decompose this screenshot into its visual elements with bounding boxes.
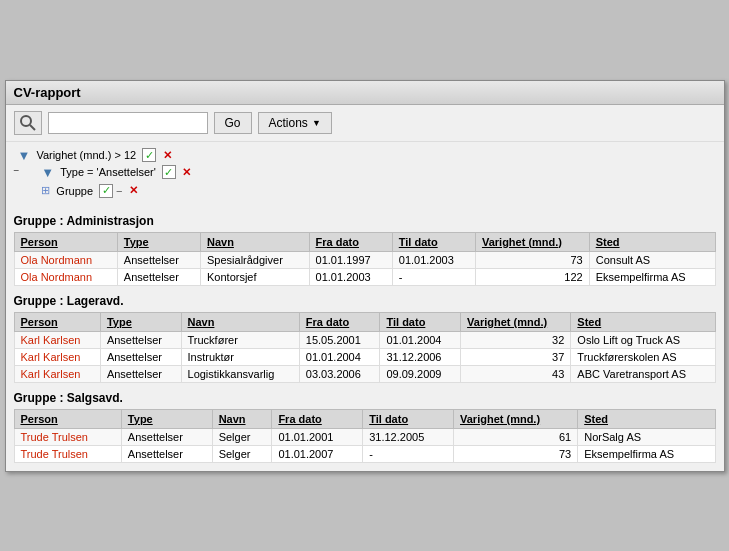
cell-0-1-6: Eksempelfirma AS bbox=[589, 268, 715, 285]
filters-panel: ▼ Varighet (mnd.) > 12 ✓ ✕ − ▼ Type = 'A… bbox=[6, 142, 724, 204]
filter-label-2: Type = 'Ansettelser' bbox=[60, 166, 156, 178]
actions-button[interactable]: Actions ▼ bbox=[258, 112, 332, 134]
cell-2-1-5: 73 bbox=[454, 445, 578, 462]
cell-2-0-5: 61 bbox=[454, 428, 578, 445]
cell-0-1-4: - bbox=[392, 268, 475, 285]
filter-icon-2: ▼ bbox=[41, 165, 54, 180]
cell-1-1-4: 31.12.2006 bbox=[380, 348, 461, 365]
cell-0-1-3: 01.01.2003 bbox=[309, 268, 392, 285]
cell-1-1-0: Karl Karlsen bbox=[14, 348, 100, 365]
col-header-2-2: Navn bbox=[212, 409, 272, 428]
col-header-0-5: Varighet (mnd.) bbox=[475, 232, 589, 251]
collapse-button[interactable]: − bbox=[14, 165, 20, 176]
filter-controls-2: ✓ ✕ bbox=[162, 165, 195, 179]
person-link[interactable]: Ola Nordmann bbox=[21, 271, 93, 283]
filter-label-1: Varighet (mnd.) > 12 bbox=[36, 149, 136, 161]
group-table-0: PersonTypeNavnFra datoTil datoVarighet (… bbox=[14, 232, 716, 286]
person-link[interactable]: Karl Karlsen bbox=[21, 334, 81, 346]
cell-0-1-5: 122 bbox=[475, 268, 589, 285]
cell-2-0-4: 31.12.2005 bbox=[363, 428, 454, 445]
table-row: Trude TrulsenAnsettelserSelger01.01.2001… bbox=[14, 428, 715, 445]
col-header-1-0: Person bbox=[14, 312, 100, 331]
col-header-0-0: Person bbox=[14, 232, 117, 251]
person-link[interactable]: Trude Trulsen bbox=[21, 448, 88, 460]
table-row: Ola NordmannAnsettelserSpesialrådgiver01… bbox=[14, 251, 715, 268]
cell-2-0-1: Ansettelser bbox=[121, 428, 212, 445]
cell-2-1-2: Selger bbox=[212, 445, 272, 462]
cell-2-1-6: Eksempelfirma AS bbox=[578, 445, 715, 462]
actions-arrow-icon: ▼ bbox=[312, 118, 321, 128]
cell-1-1-6: Truckførerskolen AS bbox=[571, 348, 715, 365]
cell-0-1-2: Kontorsjef bbox=[201, 268, 310, 285]
group-header-0: Gruppe : Administrasjon bbox=[14, 214, 716, 228]
filter-delete-3[interactable]: ✕ bbox=[125, 184, 141, 198]
search-input[interactable] bbox=[48, 112, 208, 134]
group-header-1: Gruppe : Lageravd. bbox=[14, 294, 716, 308]
col-header-2-5: Varighet (mnd.) bbox=[454, 409, 578, 428]
col-header-2-3: Fra dato bbox=[272, 409, 363, 428]
group-table-2: PersonTypeNavnFra datoTil datoVarighet (… bbox=[14, 409, 716, 463]
cell-1-0-1: Ansettelser bbox=[100, 331, 181, 348]
col-header-2-6: Sted bbox=[578, 409, 715, 428]
cell-2-0-6: NorSalg AS bbox=[578, 428, 715, 445]
search-icon bbox=[19, 114, 37, 132]
col-header-1-4: Til dato bbox=[380, 312, 461, 331]
table-row: Trude TrulsenAnsettelserSelger01.01.2007… bbox=[14, 445, 715, 462]
cell-0-0-4: 01.01.2003 bbox=[392, 251, 475, 268]
cell-0-0-1: Ansettelser bbox=[117, 251, 200, 268]
cell-1-0-5: 32 bbox=[461, 331, 571, 348]
cell-0-0-0: Ola Nordmann bbox=[14, 251, 117, 268]
cell-1-2-4: 09.09.2009 bbox=[380, 365, 461, 382]
cell-1-0-6: Oslo Lift og Truck AS bbox=[571, 331, 715, 348]
cell-0-1-0: Ola Nordmann bbox=[14, 268, 117, 285]
person-link[interactable]: Trude Trulsen bbox=[21, 431, 88, 443]
filter-icon-1: ▼ bbox=[18, 148, 31, 163]
cell-1-1-5: 37 bbox=[461, 348, 571, 365]
col-header-2-4: Til dato bbox=[363, 409, 454, 428]
cell-1-2-0: Karl Karlsen bbox=[14, 365, 100, 382]
filter-check-2[interactable]: ✓ bbox=[162, 165, 176, 179]
col-header-1-5: Varighet (mnd.) bbox=[461, 312, 571, 331]
svg-line-1 bbox=[30, 125, 35, 130]
cell-2-1-0: Trude Trulsen bbox=[14, 445, 121, 462]
col-header-1-3: Fra dato bbox=[299, 312, 380, 331]
col-header-2-0: Person bbox=[14, 409, 121, 428]
col-header-0-4: Til dato bbox=[392, 232, 475, 251]
cell-2-1-4: - bbox=[363, 445, 454, 462]
cell-1-2-3: 03.03.2006 bbox=[299, 365, 380, 382]
main-window: CV-rapport Go Actions ▼ ▼ Varighet (mnd.… bbox=[5, 80, 725, 472]
filter-delete-2[interactable]: ✕ bbox=[179, 165, 195, 179]
filter-row-2: ▼ Type = 'Ansettelser' ✓ ✕ bbox=[21, 165, 195, 180]
minus-icon: − bbox=[116, 185, 122, 197]
cell-2-0-2: Selger bbox=[212, 428, 272, 445]
cell-1-1-2: Instruktør bbox=[181, 348, 299, 365]
cell-1-2-1: Ansettelser bbox=[100, 365, 181, 382]
cell-1-1-1: Ansettelser bbox=[100, 348, 181, 365]
cell-0-0-5: 73 bbox=[475, 251, 589, 268]
window-title: CV-rapport bbox=[14, 85, 81, 100]
person-link[interactable]: Karl Karlsen bbox=[21, 351, 81, 363]
go-button[interactable]: Go bbox=[214, 112, 252, 134]
col-header-0-2: Navn bbox=[201, 232, 310, 251]
filter-check-3[interactable]: ✓ bbox=[99, 184, 113, 198]
filter-check-1[interactable]: ✓ bbox=[142, 148, 156, 162]
filter-row-3: ⊞ Gruppe ✓ − ✕ bbox=[21, 184, 195, 198]
cell-2-0-3: 01.01.2001 bbox=[272, 428, 363, 445]
cell-1-1-3: 01.01.2004 bbox=[299, 348, 380, 365]
cell-1-0-3: 15.05.2001 bbox=[299, 331, 380, 348]
group-header-2: Gruppe : Salgsavd. bbox=[14, 391, 716, 405]
cell-0-0-2: Spesialrådgiver bbox=[201, 251, 310, 268]
search-icon-box bbox=[14, 111, 42, 135]
col-header-1-1: Type bbox=[100, 312, 181, 331]
cell-0-1-1: Ansettelser bbox=[117, 268, 200, 285]
person-link[interactable]: Ola Nordmann bbox=[21, 254, 93, 266]
group-table-1: PersonTypeNavnFra datoTil datoVarighet (… bbox=[14, 312, 716, 383]
cell-0-0-3: 01.01.1997 bbox=[309, 251, 392, 268]
cell-2-1-3: 01.01.2007 bbox=[272, 445, 363, 462]
col-header-0-6: Sted bbox=[589, 232, 715, 251]
group-icon: ⊞ bbox=[41, 184, 50, 197]
filter-delete-1[interactable]: ✕ bbox=[159, 148, 175, 162]
person-link[interactable]: Karl Karlsen bbox=[21, 368, 81, 380]
col-header-0-3: Fra dato bbox=[309, 232, 392, 251]
table-row: Karl KarlsenAnsettelserLogistikkansvarli… bbox=[14, 365, 715, 382]
